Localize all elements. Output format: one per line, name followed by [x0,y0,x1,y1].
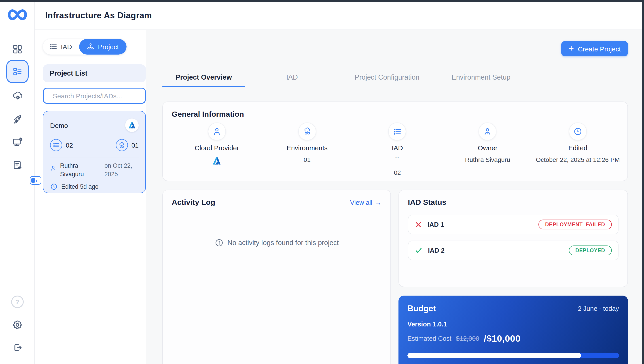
budget-period: 2 June - today [578,305,619,312]
person-icon [50,164,56,172]
iad-count: 02 [50,139,73,151]
list-icon [50,139,62,151]
sidebar-item-cloud-settings[interactable] [12,90,23,101]
list-icon [50,43,57,50]
window-top-edge [0,0,644,2]
divider [50,157,139,158]
new-cost: /$10,000 [484,333,520,344]
iad-status-title: IAD Status [408,198,618,207]
environments-count: 01 [304,156,310,163]
iad-name: IAD 2 [428,247,444,254]
plus-icon: + [569,44,574,53]
iad-status-card: IAD Status IAD 1 DEPLOYMENT_FAILED IAD 2 [398,190,628,287]
sitemap-icon [87,43,94,50]
iad-status-row-2[interactable]: IAD 2 DEPLOYED [408,240,618,260]
page-title: Infrastructure As Diagram [45,11,152,20]
view-all-label: View all [350,199,372,206]
sidebar-item-logout[interactable] [12,342,23,353]
arrow-right-icon: → [375,199,382,206]
env-count-value: 01 [132,142,139,149]
gi-edited: Edited October 22, 2025 at 12:26 PM [533,122,623,176]
sidebar: ? [0,2,35,364]
status-badge-deployed: DEPLOYED [569,246,612,255]
list-icon [388,122,406,140]
app-logo-infinity-icon [7,7,28,22]
azure-logo-icon [128,121,136,129]
gi-cloud-provider: Cloud Provider [172,122,262,176]
sidebar-item-projects-active[interactable] [6,60,28,83]
person-icon [208,122,226,140]
main-content: + Create Project Project Overview IAD Pr… [155,30,642,364]
general-information-title: General Information [172,110,623,119]
sidebar-item-help[interactable]: ? [11,296,24,308]
toggle-iad[interactable]: IAD [43,39,79,54]
iad-status-row-1[interactable]: IAD 1 DEPLOYMENT_FAILED [408,215,618,234]
gi-environments: Environments 01 [262,122,352,176]
sidebar-item-environment-monitor[interactable] [12,136,23,148]
clock-icon [569,122,587,140]
gi-iad: IAD `` 02 [352,122,442,176]
tab-environment-setup[interactable]: Environment Setup [435,68,527,87]
check-icon [414,246,422,254]
budget-card: Budget 2 June - today Version 1.0.1 Esti… [398,296,628,364]
gi-owner: Owner Ruthra Sivaguru [442,122,533,176]
project-created-date: on Oct 22, 2025 [104,162,139,179]
window-right-edge [642,0,644,364]
project-list-icon [12,66,22,77]
azure-provider-badge [125,118,139,132]
project-owner: Ruthra Sivaguru [60,162,92,179]
handle-pill [31,178,35,183]
chevron-right-icon: › [36,178,37,183]
x-icon [414,221,422,228]
iad-count: 02 [394,169,401,176]
owner-value: Ruthra Sivaguru [465,156,510,163]
help-icon: ? [11,296,24,308]
toggle-project[interactable]: Project [79,39,126,54]
project-list-title: Project List [50,69,88,77]
budget-progress-fill [408,353,581,358]
create-project-label: Create Project [578,45,621,52]
budget-version: Version 1.0.1 [408,320,619,328]
tab-project-overview[interactable]: Project Overview [162,68,245,87]
env-count: 01 [116,139,139,151]
create-project-button[interactable]: + Create Project [562,41,628,56]
tab-iad[interactable]: IAD [245,68,339,87]
activity-empty-message: No activity logs found for this project [228,239,339,247]
sidebar-item-dashboard[interactable] [12,44,22,54]
iad-name: IAD 1 [428,221,444,228]
environments-icon [116,139,128,151]
project-edited: Edited 5d ago [61,183,98,190]
status-badge-failed: DEPLOYMENT_FAILED [538,220,612,230]
clock-icon [50,183,58,190]
text-cursor [61,92,61,100]
sidebar-collapse-handle[interactable]: › [30,176,41,185]
budget-title: Budget [408,304,436,314]
person-icon [479,122,497,140]
app-window: ? › Infrastructure As Diagram R [0,0,644,364]
gear-icon [12,319,23,330]
tab-project-configuration[interactable]: Project Configuration [339,68,435,87]
view-toggle: IAD Project [43,39,126,54]
project-name: Demo [50,122,68,129]
edited-value: October 22, 2025 at 12:26 PM [536,156,620,163]
project-card-demo[interactable]: Demo [43,111,146,193]
sidebar-item-deploy-rocket[interactable] [12,114,23,125]
activity-log-title: Activity Log [172,198,215,207]
sidebar-item-settings[interactable] [12,319,23,330]
activity-empty-state: No activity logs found for this project [172,238,382,247]
tab-bar: Project Overview IAD Project Configurati… [162,68,628,87]
azure-logo-icon [212,156,222,166]
search-box[interactable] [43,88,146,104]
toggle-iad-label: IAD [61,43,72,50]
budget-progress-bar[interactable] [408,353,619,358]
toggle-project-label: Project [98,43,119,50]
view-all-link[interactable]: View all → [350,199,382,206]
general-information-card: General Information Cloud Provider [162,102,628,181]
info-icon [214,238,224,247]
top-header: Infrastructure As Diagram [35,2,642,30]
old-cost: $12,000 [456,335,480,342]
project-list-header: Project List [43,64,146,82]
search-input[interactable] [52,92,143,100]
iad-stray-value: `` [395,156,400,163]
sidebar-item-logs-document[interactable] [12,160,23,171]
